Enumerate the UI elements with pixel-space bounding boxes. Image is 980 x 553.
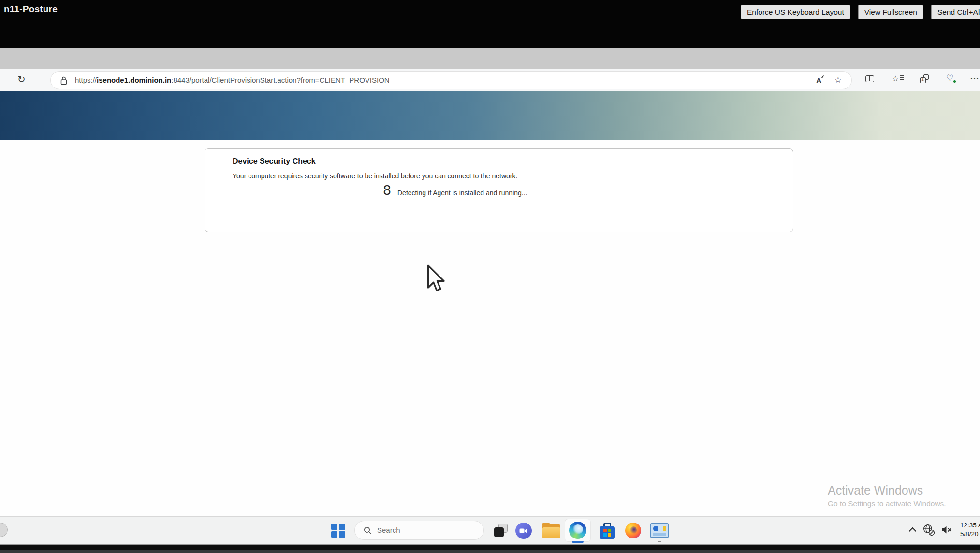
device-security-check-card: Device Security Check Your computer requ… <box>205 148 793 232</box>
favorite-star-icon[interactable]: ☆ <box>834 75 842 85</box>
settings-more-icon[interactable]: … <box>970 71 979 82</box>
back-arrow-icon[interactable]: ← <box>0 73 5 85</box>
loading-spinner-icon: 8 <box>383 183 391 198</box>
activate-windows-subtext: Go to Settings to activate Windows. <box>828 499 946 508</box>
speaker-muted-icon[interactable] <box>941 525 952 535</box>
edge-running-indicator <box>572 541 584 543</box>
clock-date: 5/8/20 <box>960 530 980 538</box>
url-scheme: https:// <box>75 76 97 84</box>
vm-console-app-icon[interactable] <box>650 523 669 538</box>
console-bottom-edge <box>0 550 980 553</box>
microsoft-store-icon[interactable] <box>600 523 615 539</box>
console-action-buttons: Enforce US Keyboard Layout View Fullscre… <box>741 5 980 19</box>
enforce-keyboard-button[interactable]: Enforce US Keyboard Layout <box>741 5 850 19</box>
app-running-indicator <box>658 541 661 542</box>
browser-toolbar: ← ↻ https://isenode1.dominion.in:8443/po… <box>0 69 980 91</box>
task-view-icon[interactable] <box>494 524 508 537</box>
camera-glyph-icon <box>519 528 528 534</box>
search-input[interactable] <box>377 526 474 534</box>
edge-browser-icon[interactable] <box>569 522 586 539</box>
mouse-cursor-icon <box>424 263 446 293</box>
teams-chat-icon[interactable] <box>515 523 532 539</box>
hidden-icons-chevron-icon[interactable] <box>909 527 917 535</box>
clock-time: 12:35 A <box>960 521 980 530</box>
refresh-icon[interactable]: ↻ <box>17 73 26 85</box>
vm-name-label: n11-Posture <box>4 4 58 15</box>
address-bar[interactable]: https://isenode1.dominion.in:8443/portal… <box>50 71 852 89</box>
view-fullscreen-button[interactable]: View Fullscreen <box>858 5 923 19</box>
split-screen-icon[interactable] <box>865 75 874 82</box>
url-host: isenode1.dominion.in <box>97 76 171 84</box>
browser-tab-strip: Device Security Check ✕ + – <box>0 48 980 69</box>
favorites-bar-lines-icon <box>900 75 904 80</box>
browser-essentials-icon[interactable]: ♡ <box>946 73 953 83</box>
detecting-status-text: Detecting if Agent is installed and runn… <box>397 189 527 197</box>
windows-taskbar: 12:35 A 5/8/20 <box>0 516 980 544</box>
edge-corner-widget-icon <box>0 523 8 537</box>
activate-windows-watermark: Activate Windows <box>828 483 923 497</box>
taskbar-clock[interactable]: 12:35 A 5/8/20 <box>960 521 980 538</box>
console-bottom-bar <box>0 545 980 550</box>
url-rest: :8443/portal/ClientProvisionStart.action… <box>171 76 389 84</box>
collections-icon[interactable]: + <box>920 74 929 83</box>
essentials-status-dot <box>953 80 956 83</box>
send-ctrl-alt-del-button[interactable]: Send Ctrl+Alt+Del <box>931 5 980 19</box>
taskbar-search-box[interactable] <box>354 521 484 540</box>
card-heading: Device Security Check <box>233 157 316 166</box>
url-text: https://isenode1.dominion.in:8443/portal… <box>75 76 390 84</box>
search-icon <box>364 526 372 535</box>
console-top-bar: n11-Posture Enforce US Keyboard Layout V… <box>0 0 980 48</box>
card-description: Your computer requires security software… <box>233 172 517 180</box>
portal-header-banner: CISCO Client Provisioning Portal <box>0 91 980 140</box>
firefox-icon[interactable] <box>625 523 641 538</box>
lock-icon <box>60 76 68 86</box>
read-aloud-icon[interactable]: A <box>816 76 821 84</box>
no-internet-globe-icon[interactable] <box>922 524 935 536</box>
file-explorer-icon[interactable] <box>542 524 560 538</box>
collections-plus-square: + <box>920 77 926 83</box>
remote-console-screen: n11-Posture Enforce US Keyboard Layout V… <box>0 0 980 553</box>
start-button[interactable] <box>331 524 346 538</box>
favorites-bar-icon[interactable]: ☆ <box>892 74 899 83</box>
portal-page-body: Device Security Check Your computer requ… <box>0 140 980 516</box>
